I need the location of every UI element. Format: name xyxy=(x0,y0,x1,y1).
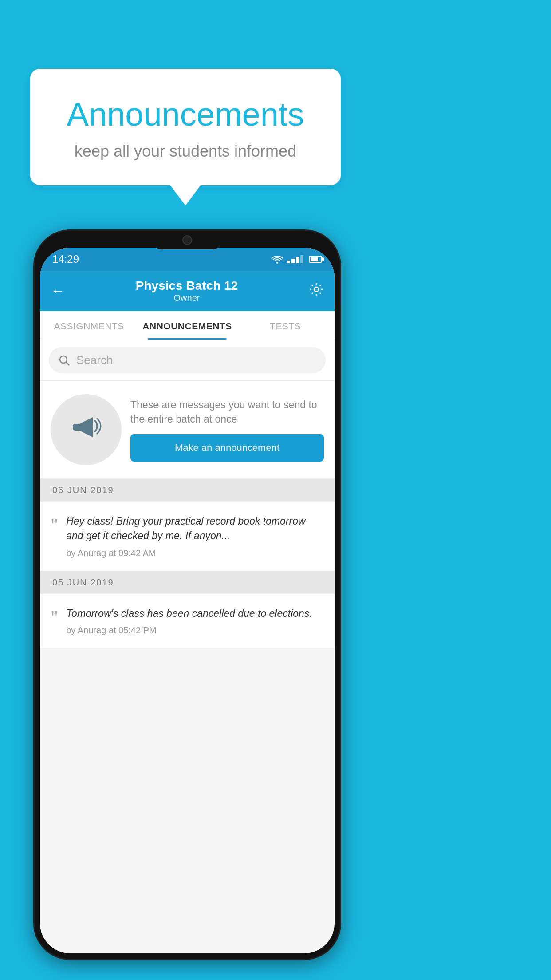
search-input[interactable]: Search xyxy=(76,353,113,367)
quote-icon-2: " xyxy=(51,608,58,627)
megaphone-circle xyxy=(51,394,122,465)
tabs-bar: ASSIGNMENTS ANNOUNCEMENTS TESTS xyxy=(40,311,335,340)
announcement-item-1[interactable]: " Hey class! Bring your practical record… xyxy=(40,502,335,571)
phone-frame: 14:29 xyxy=(35,231,340,959)
announcement-prompt: These are messages you want to send to t… xyxy=(40,381,335,479)
announcement-text-1: Hey class! Bring your practical record b… xyxy=(66,514,324,558)
front-camera xyxy=(182,235,192,245)
make-announcement-button[interactable]: Make an announcement xyxy=(130,434,324,462)
svg-line-3 xyxy=(66,362,69,365)
date-separator-1: 06 JUN 2019 xyxy=(40,479,335,502)
batch-name: Physics Batch 12 xyxy=(136,279,238,293)
announcement-text-2: Tomorrow's class has been cancelled due … xyxy=(66,606,324,636)
search-bar[interactable]: Search xyxy=(49,347,326,373)
app-header: ← Physics Batch 12 Owner xyxy=(40,271,335,311)
date-separator-2: 05 JUN 2019 xyxy=(40,571,335,594)
card-subtitle: keep all your students informed xyxy=(52,142,319,161)
status-icons xyxy=(271,255,322,264)
announcement-card: Announcements keep all your students inf… xyxy=(30,69,341,185)
announcement-message-1: Hey class! Bring your practical record b… xyxy=(66,514,324,544)
search-icon xyxy=(59,355,70,366)
wifi-icon xyxy=(271,255,283,264)
announcement-message-2: Tomorrow's class has been cancelled due … xyxy=(66,606,324,621)
announcement-description: These are messages you want to send to t… xyxy=(130,398,324,426)
megaphone-icon xyxy=(68,408,104,451)
signal-icon xyxy=(287,255,303,263)
card-title: Announcements xyxy=(52,95,319,133)
status-bar: 14:29 xyxy=(40,248,335,271)
svg-point-0 xyxy=(276,262,278,264)
tab-announcements[interactable]: ANNOUNCEMENTS xyxy=(138,311,236,340)
announcement-meta-1: by Anurag at 09:42 AM xyxy=(66,548,324,558)
search-container: Search xyxy=(40,340,335,381)
quote-icon-1: " xyxy=(51,516,58,534)
settings-button[interactable] xyxy=(309,282,324,300)
tab-assignments[interactable]: ASSIGNMENTS xyxy=(40,311,138,340)
announcement-item-2[interactable]: " Tomorrow's class has been cancelled du… xyxy=(40,594,335,648)
batch-role: Owner xyxy=(136,293,238,303)
svg-point-1 xyxy=(314,287,319,292)
back-button[interactable]: ← xyxy=(51,283,65,299)
phone-screen: 14:29 xyxy=(40,248,335,953)
header-title: Physics Batch 12 Owner xyxy=(136,279,238,303)
battery-icon xyxy=(309,256,322,263)
announcement-info: These are messages you want to send to t… xyxy=(130,398,324,462)
tab-tests[interactable]: TESTS xyxy=(236,311,335,340)
phone-notch xyxy=(152,231,223,249)
status-time: 14:29 xyxy=(52,253,79,265)
svg-point-2 xyxy=(60,356,67,363)
announcement-meta-2: by Anurag at 05:42 PM xyxy=(66,625,324,636)
